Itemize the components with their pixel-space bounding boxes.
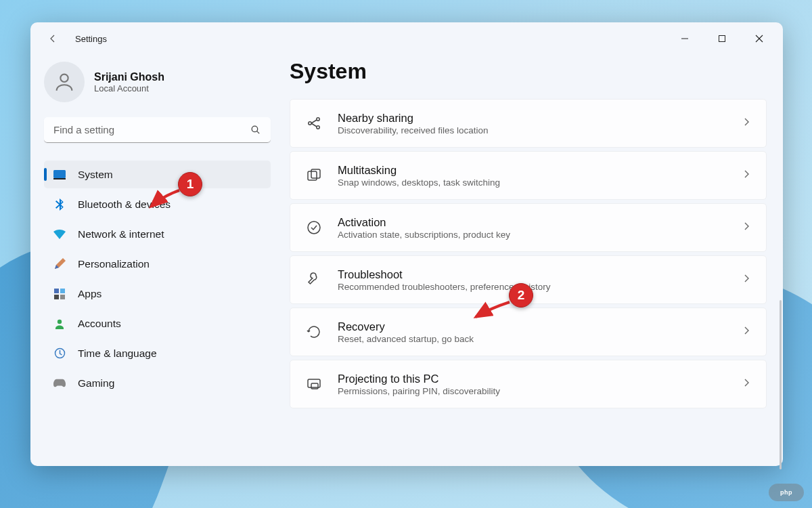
sidebar: Srijani Ghosh Local Account System: [44, 55, 271, 459]
nav-item-personalization[interactable]: Personalization: [44, 250, 271, 278]
chevron-right-icon: [742, 274, 751, 286]
nav-label: Time & language: [78, 347, 157, 360]
multitask-icon: [305, 167, 323, 184]
app-title: Settings: [75, 34, 107, 44]
chevron-right-icon: [742, 326, 751, 338]
gamepad-icon: [53, 377, 66, 389]
chevron-right-icon: [742, 117, 751, 129]
svg-rect-12: [60, 295, 65, 299]
row-title: Multitasking: [338, 164, 727, 177]
share-icon: [305, 114, 323, 132]
svg-point-20: [308, 221, 320, 234]
annotation-callout-2: 2: [509, 283, 533, 308]
wifi-icon: [53, 228, 66, 240]
row-title: Recovery: [338, 320, 727, 333]
chevron-right-icon: [742, 378, 751, 390]
profile-sub: Local Account: [94, 83, 164, 93]
nav-item-accounts[interactable]: Accounts: [44, 310, 271, 337]
watermark: php: [769, 484, 804, 501]
callout-label: 2: [518, 288, 525, 303]
apps-icon: [53, 288, 66, 300]
page-title: System: [290, 59, 769, 84]
svg-point-5: [252, 126, 258, 132]
wrench-icon: [305, 271, 323, 289]
row-sub: Activation state, subscriptions, product…: [338, 230, 727, 240]
avatar: [44, 62, 85, 102]
svg-point-15: [309, 122, 311, 125]
callout-label: 1: [187, 177, 194, 192]
titlebar: Settings: [30, 22, 783, 55]
search-field[interactable]: [44, 117, 271, 143]
display-icon: [53, 169, 66, 181]
close-icon: [755, 35, 763, 43]
svg-point-13: [58, 319, 62, 323]
svg-line-6: [257, 131, 260, 134]
svg-rect-7: [53, 170, 66, 178]
nav-label: System: [78, 169, 113, 181]
profile-name: Srijani Ghosh: [94, 71, 164, 83]
row-recovery[interactable]: Recovery Reset, advanced startup, go bac…: [290, 308, 767, 356]
svg-point-16: [317, 118, 319, 121]
back-button[interactable]: [43, 28, 63, 49]
nav-label: Accounts: [78, 318, 121, 330]
svg-rect-22: [311, 383, 318, 389]
nav-item-network[interactable]: Network & internet: [44, 220, 271, 248]
nav-item-apps[interactable]: Apps: [44, 280, 271, 308]
check-circle-icon: [305, 219, 323, 236]
chevron-right-icon: [742, 169, 751, 182]
row-projecting[interactable]: Projecting to this PC Permissions, pairi…: [290, 360, 767, 408]
settings-window: Settings Srijani Ghosh Local Account: [30, 22, 783, 466]
nav-label: Personalization: [78, 258, 150, 270]
row-activation[interactable]: Activation Activation state, subscriptio…: [290, 203, 767, 252]
paintbrush-icon: [53, 258, 66, 270]
svg-rect-19: [311, 169, 320, 178]
row-sub: Discoverability, received files location: [338, 125, 727, 135]
nav-item-gaming[interactable]: Gaming: [44, 369, 271, 397]
accounts-icon: [53, 318, 66, 330]
settings-list: Nearby sharing Discoverability, received…: [290, 99, 769, 408]
search-input[interactable]: [44, 117, 271, 143]
svg-rect-11: [54, 295, 59, 299]
svg-rect-9: [54, 289, 59, 293]
svg-rect-8: [53, 178, 66, 179]
nav-label: Apps: [78, 288, 102, 300]
row-sub: Reset, advanced startup, go back: [338, 334, 727, 344]
nav-label: Gaming: [78, 377, 114, 389]
row-multitasking[interactable]: Multitasking Snap windows, desktops, tas…: [290, 151, 767, 200]
row-sub: Snap windows, desktops, task switching: [338, 177, 727, 188]
close-button[interactable]: [740, 25, 777, 52]
row-title: Activation: [338, 216, 727, 229]
annotation-callout-1: 1: [178, 172, 202, 196]
watermark-label: php: [780, 489, 792, 496]
maximize-icon: [718, 35, 726, 43]
row-nearby-sharing[interactable]: Nearby sharing Discoverability, received…: [290, 99, 767, 148]
minimize-icon: [681, 35, 689, 43]
row-title: Projecting to this PC: [338, 373, 727, 385]
chevron-right-icon: [742, 221, 751, 234]
nav-item-time-language[interactable]: Time & language: [44, 339, 271, 367]
svg-point-4: [60, 75, 68, 82]
globe-clock-icon: [53, 347, 66, 360]
svg-point-17: [317, 126, 319, 129]
nav-label: Network & internet: [78, 228, 164, 240]
nav-item-system[interactable]: System: [44, 161, 271, 188]
arrow-left-icon: [47, 33, 58, 44]
search-icon: [250, 124, 261, 138]
row-title: Nearby sharing: [338, 112, 727, 125]
projecting-icon: [305, 375, 323, 393]
bluetooth-icon: [53, 198, 66, 211]
main-panel: System Nearby sharing Discoverability, r…: [290, 55, 769, 459]
row-title: Troubleshoot: [338, 268, 727, 281]
svg-rect-1: [719, 36, 725, 42]
maximize-button[interactable]: [703, 25, 740, 52]
svg-rect-18: [308, 171, 317, 180]
svg-rect-10: [60, 289, 65, 293]
profile-block[interactable]: Srijani Ghosh Local Account: [44, 55, 271, 117]
recovery-icon: [305, 323, 323, 341]
scrollbar[interactable]: [780, 300, 782, 469]
minimize-button[interactable]: [666, 25, 703, 52]
row-sub: Permissions, pairing PIN, discoverabilit…: [338, 386, 727, 396]
person-icon: [53, 70, 76, 93]
